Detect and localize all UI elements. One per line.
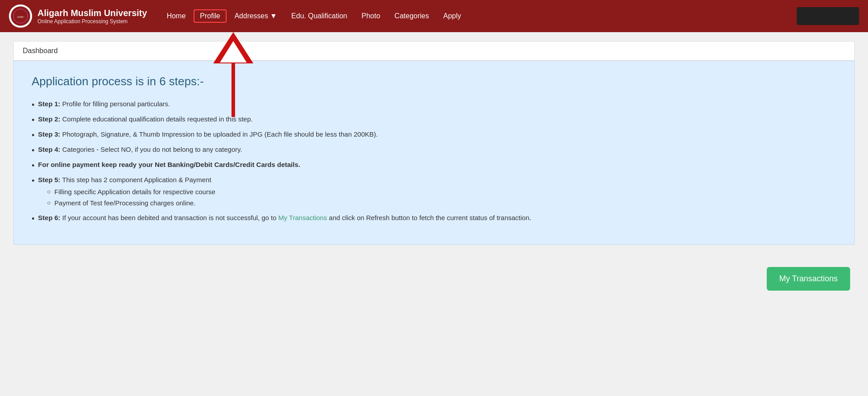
nav-addresses[interactable]: Addresses ▼	[228, 9, 283, 23]
step-3-bold: Step 3:	[38, 130, 60, 138]
payment-note-text: For online payment keep ready your Net B…	[38, 161, 300, 168]
step-4-text: Categories - Select NO, if you do not be…	[62, 146, 242, 153]
step-1: Step 1: Profile for filling personal par…	[32, 97, 836, 113]
step-3-text: Photograph, Signature, & Thumb Impressio…	[62, 130, 378, 138]
step-5-sublist: Filling specific Application details for…	[38, 183, 215, 208]
step-1-bold: Step 1:	[38, 100, 60, 108]
nav-apply[interactable]: Apply	[437, 9, 467, 23]
step-5-sub-1: Filling specific Application details for…	[47, 186, 215, 197]
brand-text: Aligarh Muslim University Online Applica…	[37, 8, 147, 25]
step-2-text: Complete educational qualification detai…	[62, 115, 253, 123]
step-3: Step 3: Photograph, Signature, & Thumb I…	[32, 128, 836, 143]
step-5: Step 5: This step has 2 component Applic…	[32, 173, 836, 211]
step-2-bold: Step 2:	[38, 115, 60, 123]
steps-list: Step 1: Profile for filling personal par…	[32, 97, 836, 226]
nav-photo[interactable]: Photo	[355, 9, 387, 23]
navbar: AMU Aligarh Muslim University Online App…	[0, 0, 868, 32]
step-1-text: Profile for filling personal particulars…	[62, 100, 170, 108]
step-5-bold: Step 5:	[38, 176, 60, 183]
nav-edu-qualification[interactable]: Edu. Qualification	[285, 9, 353, 23]
university-logo: AMU	[9, 4, 32, 28]
content-heading: Application process is in 6 steps:-	[32, 75, 836, 88]
content-box: Application process is in 6 steps:- Step…	[13, 61, 855, 245]
step-2: Step 2: Complete educational qualificati…	[32, 113, 836, 128]
page-content: Dashboard Application process is in 6 st…	[0, 32, 868, 267]
brand-title: Aligarh Muslim University	[37, 8, 147, 18]
payment-note: For online payment keep ready your Net B…	[32, 158, 836, 173]
nav-categories[interactable]: Categories	[388, 9, 435, 23]
step-5-sub-1-text: Filling specific Application details for…	[54, 188, 215, 196]
my-transactions-link[interactable]: My Transactions	[278, 214, 327, 221]
svg-text:AMU: AMU	[17, 15, 24, 19]
nav-profile[interactable]: Profile	[194, 9, 226, 23]
nav-home[interactable]: Home	[161, 9, 192, 23]
step-5-text: This step has 2 component Application & …	[62, 176, 211, 183]
dropdown-icon: ▼	[270, 12, 277, 20]
nav-right	[797, 7, 859, 25]
user-button[interactable]	[797, 7, 859, 25]
nav-links: Home Profile Addresses ▼ Edu. Qualificat…	[161, 9, 797, 23]
step-6-text: If your account has been debited and tra…	[62, 214, 278, 221]
step-5-sub-2: Payment of Test fee/Processing charges o…	[47, 197, 215, 208]
my-transactions-button[interactable]: My Transactions	[767, 267, 850, 291]
brand-subtitle: Online Application Processing System	[37, 18, 147, 25]
step-6-bold: Step 6:	[38, 214, 60, 221]
step-4-bold: Step 4:	[38, 146, 60, 153]
dashboard-label: Dashboard	[23, 47, 58, 54]
dashboard-bar: Dashboard	[13, 41, 855, 61]
step-5-sub-2-text: Payment of Test fee/Processing charges o…	[54, 199, 196, 207]
step-6: Step 6: If your account has been debited…	[32, 211, 836, 226]
step-6-text-after: and click on Refresh button to fetch the…	[329, 214, 531, 221]
step-4: Step 4: Categories - Select NO, if you d…	[32, 143, 836, 158]
brand: AMU Aligarh Muslim University Online App…	[9, 4, 147, 28]
